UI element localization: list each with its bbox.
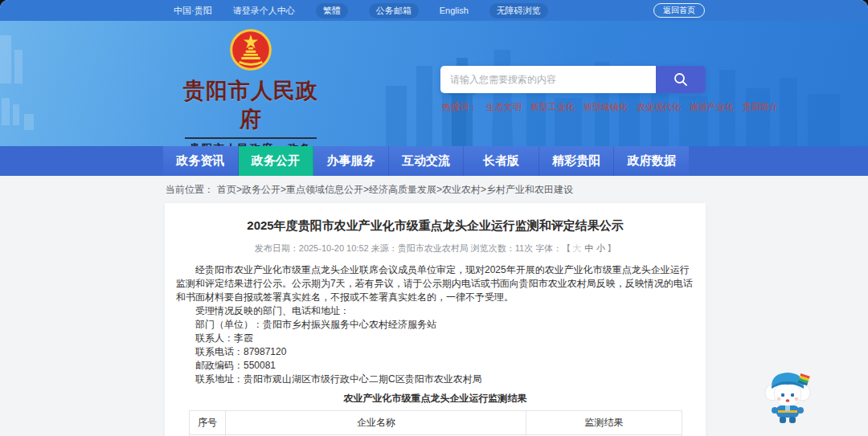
col-header-index: 序号 xyxy=(189,411,226,435)
results-table-title: 农业产业化市级重点龙头企业运行监测结果 xyxy=(176,392,694,405)
table-header-row: 序号 企业名称 监测结果 xyxy=(189,411,682,435)
site-header: 贵阳市人民政府 贵阳市人民政府 · 政务 www.guiyang.gov.cn … xyxy=(0,21,868,146)
article-paragraph: 联系电话：87987120 xyxy=(176,345,694,359)
font-bracket-open: 【 xyxy=(562,243,571,253)
breadcrumb-label: 当前位置： xyxy=(166,183,214,197)
article-paragraph: 部门（单位）：贵阳市乡村振兴服务中心农村经济服务站 xyxy=(176,318,694,332)
hot-search-label: 热搜词： xyxy=(442,101,477,113)
source-label: 来源： xyxy=(371,243,398,253)
nav-item-news[interactable]: 政务资讯 xyxy=(163,146,239,176)
article-paragraph: 经贵阳市农业产业化市级重点龙头企业联席会议成员单位审定，现对2025年开展的农业… xyxy=(176,263,694,304)
guiyang-mascot-assistant[interactable] xyxy=(762,364,813,426)
hot-word-urbanization[interactable]: 新型城镇化 xyxy=(583,101,628,113)
hot-word-tourism[interactable]: 旅游产业化 xyxy=(690,101,734,113)
back-to-home-button[interactable]: 返回首页 xyxy=(653,3,705,18)
topbar-link-login[interactable]: 请登录个人中心 xyxy=(233,5,295,17)
article-title: 2025年度贵阳市农业产业化市级重点龙头企业运行监测和评定结果公示 xyxy=(176,218,694,234)
breadcrumb: 当前位置： 首页>政务公开>重点领域信息公开>经济高质量发展>农业农村>乡村产业… xyxy=(0,176,868,203)
main-navigation: 政务资讯 政务公开 办事服务 互动交流 长者版 精彩贵阳 政府数据 xyxy=(0,146,868,176)
font-bracket-close: 】 xyxy=(607,243,616,253)
hot-word-industry[interactable]: 新型工业化 xyxy=(530,101,575,113)
source-value: 贵阳市农业农村局 xyxy=(398,243,469,253)
nav-item-highlights[interactable]: 精彩贵阳 xyxy=(539,146,615,176)
article-card: 2025年度贵阳市农业产业化市级重点龙头企业运行监测和评定结果公示 发布日期：2… xyxy=(165,203,706,436)
topbar-link-official-mail[interactable]: 公务邮箱 xyxy=(369,3,419,18)
article-meta: 发布日期：2025-10-20 10:52 来源：贵阳市农业农村局 浏览次数：1… xyxy=(176,242,694,255)
search-icon xyxy=(673,71,689,88)
logo-divider xyxy=(185,137,317,139)
nav-item-elderly-version[interactable]: 长者版 xyxy=(464,146,539,176)
hot-word-guiyang-intro[interactable]: 贵阳简介 xyxy=(743,101,778,113)
article-paragraph: 联系地址：贵阳市观山湖区市级行政中心二期C区贵阳市农业农村局 xyxy=(176,373,694,386)
search-input[interactable] xyxy=(440,66,656,93)
left-buildings-decoration xyxy=(0,21,96,146)
browser-page: 中国·贵阳 请登录个人中心 繁體 公务邮箱 English 无障碍浏览 返回首页 xyxy=(0,0,868,436)
city-skyline-decoration xyxy=(354,42,868,146)
article-paragraph: 联系人：李霞 xyxy=(176,332,694,345)
hot-word-agriculture[interactable]: 农业现代化 xyxy=(637,101,681,113)
breadcrumb-path[interactable]: 首页>政务公开>重点领域信息公开>经济高质量发展>农业农村>乡村产业和农田建设 xyxy=(217,183,573,197)
main-navigation-inner: 政务资讯 政务公开 办事服务 互动交流 长者版 精彩贵阳 政府数据 xyxy=(145,146,707,176)
hot-search-row: 热搜词： 生态文明 新型工业化 新型城镇化 农业现代化 旅游产业化 贵阳简介 xyxy=(442,101,707,113)
nav-item-services[interactable]: 办事服务 xyxy=(313,146,389,176)
national-emblem-icon xyxy=(229,28,272,71)
font-size-small-button[interactable]: 小 xyxy=(596,243,605,253)
nav-item-gov-data[interactable]: 政府数据 xyxy=(614,146,689,176)
font-size-label: 字体： xyxy=(535,243,562,253)
nav-item-disclosure[interactable]: 政务公开 xyxy=(239,146,314,176)
article-paragraph: 受理情况反映的部门、电话和地址： xyxy=(176,304,694,318)
article-paragraph: 邮政编码：550081 xyxy=(176,359,694,373)
top-utility-bar-inner: 中国·贵阳 请登录个人中心 繁體 公务邮箱 English 无障碍浏览 返回首页 xyxy=(145,0,707,21)
topbar-link-traditional-chinese[interactable]: 繁體 xyxy=(316,3,348,18)
topbar-link-accessibility[interactable]: 无障碍浏览 xyxy=(489,3,548,18)
font-size-medium-button[interactable]: 中 xyxy=(584,243,593,253)
top-utility-bar: 中国·贵阳 请登录个人中心 繁體 公务邮箱 English 无障碍浏览 返回首页 xyxy=(0,0,868,21)
publish-date-value: 2025-10-20 10:52 xyxy=(299,243,369,253)
search-button[interactable] xyxy=(656,66,706,93)
nav-item-interaction[interactable]: 互动交流 xyxy=(389,146,465,176)
topbar-link-english[interactable]: English xyxy=(440,6,469,15)
site-logo-block[interactable]: 贵阳市人民政府 贵阳市人民政府 · 政务 www.guiyang.gov.cn xyxy=(180,28,321,146)
font-size-large-button[interactable]: 大 xyxy=(572,243,581,253)
col-header-company: 企业名称 xyxy=(226,411,526,435)
views-label: 浏览次数： xyxy=(471,243,515,253)
search-bar xyxy=(440,66,706,93)
site-name: 贵阳市人民政府 xyxy=(180,76,321,134)
hot-word-ecology[interactable]: 生态文明 xyxy=(486,101,522,113)
col-header-result: 监测结果 xyxy=(526,411,682,435)
article-body: 经贵阳市农业产业化市级重点龙头企业联席会议成员单位审定，现对2025年开展的农业… xyxy=(176,263,694,386)
publish-date-label: 发布日期： xyxy=(255,243,299,253)
views-value: 11次 xyxy=(515,243,533,253)
topbar-link-china-guiyang[interactable]: 中国·贵阳 xyxy=(174,5,212,17)
monitoring-results-table: 序号 企业名称 监测结果 1 贵州合力超市采购有限公司 合格 2 贵州友禾种业有… xyxy=(189,410,682,436)
